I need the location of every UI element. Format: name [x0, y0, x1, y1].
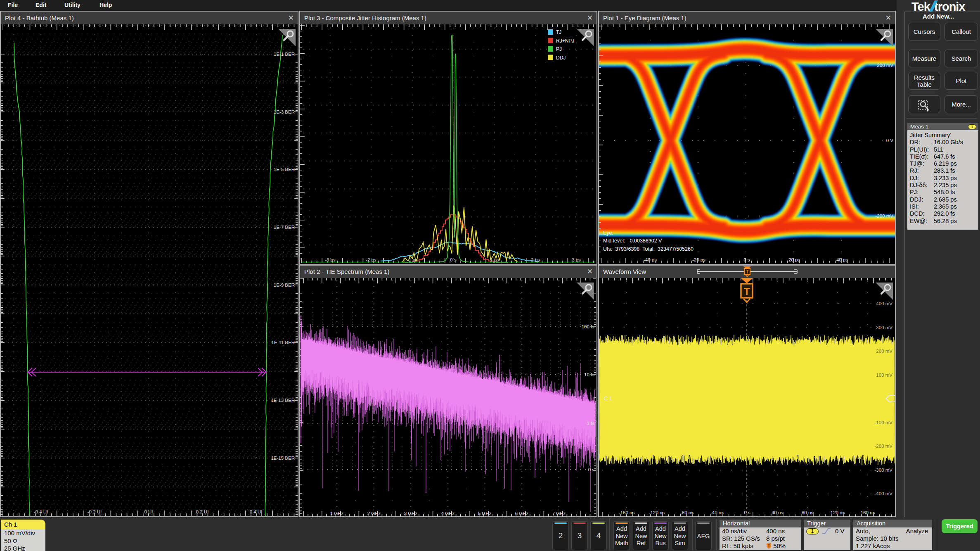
svg-text:1E-3 BER: 1E-3 BER: [274, 109, 295, 114]
svg-text:1 GHz: 1 GHz: [330, 511, 344, 516]
svg-text:2 GHz: 2 GHz: [367, 511, 381, 516]
svg-text:400 mV: 400 mV: [876, 301, 892, 306]
svg-text:0 s: 0 s: [450, 257, 457, 262]
svg-text:-2 ps: -2 ps: [366, 257, 376, 262]
svg-text:0 V: 0 V: [886, 138, 894, 143]
svg-text:6 GHz: 6 GHz: [515, 511, 529, 516]
svg-text:40 ns: 40 ns: [772, 510, 783, 515]
svg-text:-40 ps: -40 ps: [644, 257, 657, 262]
svg-text:PJ: PJ: [556, 46, 562, 52]
svg-text:0.2 UI: 0.2 UI: [196, 509, 209, 514]
svg-text:-200 mV: -200 mV: [875, 444, 893, 449]
svg-text:200 mV: 200 mV: [877, 63, 893, 68]
svg-text:5 GHz: 5 GHz: [478, 511, 492, 516]
svg-text:80 ns: 80 ns: [802, 510, 813, 515]
svg-text:0 s: 0 s: [744, 510, 750, 515]
svg-text:TJ: TJ: [556, 29, 561, 35]
svg-text:1 fs: 1 fs: [587, 421, 594, 426]
svg-text:T: T: [746, 269, 749, 275]
svg-text:300 mV: 300 mV: [876, 325, 892, 330]
svg-text:T: T: [767, 544, 770, 548]
svg-text:7 GHz: 7 GHz: [552, 511, 566, 516]
svg-text:100 mV: 100 mV: [876, 373, 892, 378]
svg-text:1E-11 BER: 1E-11 BER: [271, 340, 295, 345]
svg-text:1E-1 BER: 1E-1 BER: [274, 52, 295, 57]
svg-text:10 fs: 10 fs: [584, 372, 594, 377]
svg-text:-1 ps: -1 ps: [407, 257, 418, 262]
svg-text:-3 ps: -3 ps: [325, 257, 336, 262]
svg-text:C 1: C 1: [604, 396, 612, 401]
svg-text:-160 ns: -160 ns: [619, 510, 635, 515]
svg-text:Eye:: Eye:: [603, 230, 613, 236]
svg-text:200 mV: 200 mV: [876, 349, 892, 354]
svg-text:3 ps: 3 ps: [572, 257, 581, 262]
svg-text:Mid-level: -0.00386902 V: Mid-level: -0.00386902 V: [603, 238, 662, 244]
svg-text:1E-9 BER: 1E-9 BER: [274, 283, 295, 287]
svg-text:2 ps: 2 ps: [531, 257, 540, 262]
svg-text:-40 ns: -40 ns: [710, 510, 724, 515]
svg-text:1 ps: 1 ps: [490, 257, 499, 262]
svg-text:RJ+NPJ: RJ+NPJ: [556, 38, 574, 44]
svg-text:-80 ns: -80 ns: [680, 510, 694, 515]
svg-text:100 fs: 100 fs: [582, 324, 595, 329]
svg-text:UIs: 3793/6398 Total: 32347: UIs: 3793/6398 Total: 323477/505260: [603, 246, 694, 252]
svg-text:0.4 UI: 0.4 UI: [250, 509, 263, 514]
svg-text:120 ns: 120 ns: [831, 510, 845, 515]
svg-text:0 UI: 0 UI: [144, 509, 153, 514]
svg-text:-400 mV: -400 mV: [875, 491, 893, 496]
svg-text:160 ns: 160 ns: [861, 510, 875, 515]
svg-text:1E-5 BER: 1E-5 BER: [274, 167, 295, 172]
svg-text:-300 mV: -300 mV: [875, 468, 893, 473]
svg-text:4 GHz: 4 GHz: [441, 511, 455, 516]
svg-text:1E-13 BER: 1E-13 BER: [271, 398, 295, 403]
svg-text:0 s: 0 s: [588, 467, 595, 472]
svg-text:-20 ps: -20 ps: [692, 257, 705, 262]
svg-text:-0.4 UI: -0.4 UI: [34, 509, 48, 514]
svg-text:DDJ: DDJ: [556, 55, 566, 61]
svg-text:-0.2 UI: -0.2 UI: [88, 509, 102, 514]
svg-text:-200 mV: -200 mV: [876, 214, 894, 218]
svg-text:1E-7 BER: 1E-7 BER: [274, 225, 295, 230]
svg-text:20 ps: 20 ps: [788, 257, 800, 262]
svg-text:-100 mV: -100 mV: [875, 420, 893, 425]
svg-text:40 ps: 40 ps: [836, 257, 848, 262]
svg-text:-120 ns: -120 ns: [649, 510, 665, 515]
svg-text:1E-15 BER: 1E-15 BER: [271, 456, 295, 461]
svg-text:0 s: 0 s: [743, 257, 750, 262]
svg-text:3 GHz: 3 GHz: [404, 511, 418, 516]
svg-text:T: T: [744, 286, 750, 297]
